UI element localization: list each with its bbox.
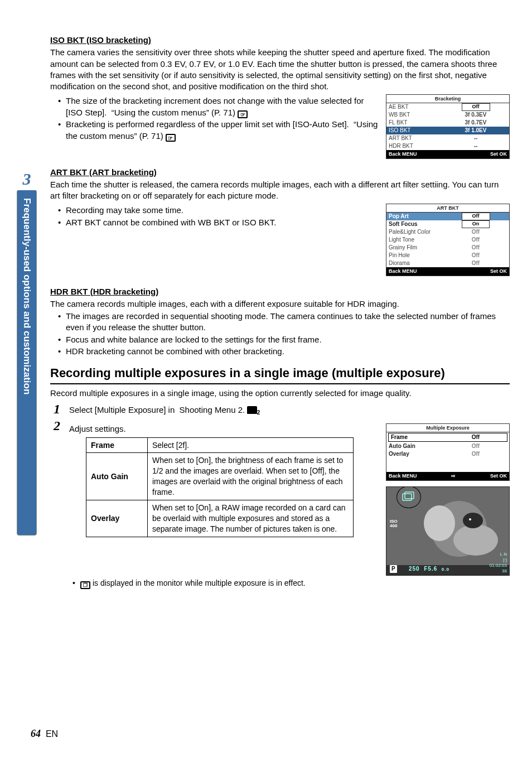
- svg-rect-8: [405, 492, 414, 499]
- art-bkt-menu-title: ART BKT: [386, 204, 509, 213]
- svg-point-4: [463, 513, 483, 528]
- multiple-exposure-menu: Multiple Exposure FrameOff Auto GainOff …: [386, 423, 510, 480]
- iso-bkt-desc: The camera varies the sensitivity over t…: [50, 47, 510, 92]
- step-1: 1 Select [Multiple Exposure] in Shooting…: [50, 402, 510, 416]
- menu-row-soft-focus[interactable]: Soft FocusOn: [386, 220, 509, 228]
- svg-rect-7: [403, 494, 412, 500]
- menu-row-grainy-film[interactable]: Grainy FilmOff: [386, 244, 509, 252]
- menu-row-art-bkt[interactable]: ART BKT--: [386, 134, 509, 142]
- shooting-menu-2-icon: [247, 406, 257, 414]
- art-bkt-heading: ART BKT (ART bracketing): [50, 167, 510, 178]
- me-footnote-text: is displayed in the monitor while multip…: [93, 578, 306, 587]
- step-2-number: 2: [50, 419, 64, 432]
- menu-row-pop-art[interactable]: Pop ArtOff: [386, 213, 509, 220]
- menu-row-overlay[interactable]: OverlayOff: [386, 450, 509, 458]
- page-number: 64: [31, 728, 41, 739]
- menu-row-pin-hole[interactable]: Pin HoleOff: [386, 252, 509, 259]
- multiple-exposure-settings-table: Frame Select [2f]. Auto Gain When set to…: [86, 437, 354, 537]
- art-bkt-desc: Each time the shutter is released, the c…: [50, 179, 510, 202]
- menu-set-label[interactable]: Set OK: [490, 268, 507, 274]
- table-row-auto-gain: Auto Gain When set to [On], the brightne…: [86, 453, 354, 500]
- menu-back-label[interactable]: Back MENU: [389, 472, 417, 479]
- chapter-number: 3: [17, 168, 36, 190]
- multiple-exposure-glyph-icon: ❐: [80, 581, 90, 589]
- iso-bkt-bullet-1-text: The size of the bracketing increment doe…: [66, 96, 364, 117]
- iso-bkt-bullet-1: The size of the bracketing increment doe…: [58, 95, 378, 118]
- reference-icon: ☞: [166, 134, 176, 142]
- multiple-exposure-heading: Recording multiple exposures in a single…: [50, 365, 510, 384]
- menu-row-hdr-bkt[interactable]: HDR BKT--: [386, 142, 509, 150]
- menu-row-iso-bkt[interactable]: ISO BKT3f 1.0EV: [386, 127, 509, 134]
- hdr-bkt-bullet-1: The images are recorded in sequential sh…: [58, 311, 510, 334]
- monitor-mode-badge: P: [390, 565, 397, 573]
- table-cell-autogain-desc: When set to [On], the brightness of each…: [148, 453, 354, 500]
- hdr-bkt-desc: The camera records multiple images, each…: [50, 298, 510, 310]
- page-lang: EN: [46, 729, 58, 739]
- monitor-preview: ISO 400 P 250 F5.6 0.0 L N [·] 01:02:03 …: [386, 486, 510, 576]
- monitor-right-info: L N [·] 01:02:03 38: [490, 552, 507, 574]
- menu-row-frame[interactable]: FrameOff: [388, 433, 507, 442]
- reference-icon: ☞: [238, 110, 248, 118]
- step-2: 2 Adjust settings. Frame Select [2f]. Au…: [50, 419, 510, 575]
- bracketing-menu-title: Bracketing: [386, 95, 509, 103]
- table-cell-frame-desc: Select [2f].: [148, 437, 354, 453]
- table-cell-overlay-desc: When set to [On], a RAW image recorded o…: [148, 500, 354, 537]
- monitor-exposure-readout: 250 F5.6 0.0: [409, 565, 449, 573]
- iso-bkt-heading: ISO BKT (ISO bracketing): [50, 35, 510, 46]
- monitor-iso: ISO 400: [390, 519, 398, 528]
- step-1-text: Select [Multiple Exposure] in Shooting M…: [69, 405, 245, 414]
- menu-row-light-tone[interactable]: Light ToneOff: [386, 236, 509, 244]
- art-bkt-bullets: Recording may take some time. ART BKT ca…: [50, 205, 378, 228]
- bracketing-menu: Bracketing AE BKTOff WB BKT3f 0.3EV FL B…: [386, 94, 510, 158]
- me-menu-title: Multiple Exposure: [386, 424, 509, 432]
- svg-point-3: [453, 524, 498, 556]
- iso-bkt-bullets: The size of the bracketing increment doe…: [50, 95, 378, 142]
- menu-back-label[interactable]: Back MENU: [389, 151, 417, 157]
- menu-nav-icon[interactable]: ⇨: [417, 472, 490, 479]
- svg-point-5: [469, 518, 471, 520]
- art-bkt-bullet-1: Recording may take some time.: [58, 205, 378, 216]
- menu-row-fl-bkt[interactable]: FL BKT3f 0.7EV: [386, 119, 509, 127]
- menu-set-label[interactable]: Set OK: [490, 472, 507, 479]
- menu-set-label[interactable]: Set OK: [490, 151, 507, 157]
- me-footnote: ❐ is displayed in the monitor while mult…: [72, 578, 510, 589]
- chapter-title: Frequently-used options and customizatio…: [21, 198, 33, 394]
- page-footer: 64 EN: [31, 727, 58, 740]
- step-2-text: Adjust settings.: [69, 424, 126, 433]
- step-1-number: 1: [50, 402, 64, 416]
- art-bkt-menu: ART BKT Pop ArtOff Soft FocusOn Pale&Lig…: [386, 204, 510, 276]
- multiple-exposure-icon: [402, 491, 414, 502]
- menu-back-label[interactable]: Back MENU: [389, 268, 417, 274]
- table-cell-overlay-name: Overlay: [86, 500, 148, 537]
- hdr-bkt-heading: HDR BKT (HDR bracketing): [50, 286, 510, 297]
- table-row-frame: Frame Select [2f].: [86, 437, 354, 453]
- table-cell-frame-name: Frame: [86, 437, 148, 453]
- art-bkt-bullet-2: ART BKT cannot be combined with WB BKT o…: [58, 217, 378, 228]
- table-row-overlay: Overlay When set to [On], a RAW image re…: [86, 500, 354, 537]
- menu-row-diorama[interactable]: DioramaOff: [386, 259, 509, 267]
- multiple-exposure-desc: Record multiple exposures in a single im…: [50, 388, 510, 399]
- me-footnote-list: ❐ is displayed in the monitor while mult…: [50, 578, 510, 589]
- chapter-tab: 3 Frequently-used options and customizat…: [17, 190, 37, 536]
- iso-bkt-bullet-2-text: Bracketing is performed regardless of th…: [66, 119, 378, 140]
- hdr-bkt-bullets: The images are recorded in sequential sh…: [50, 311, 510, 357]
- menu-row-wb-bkt[interactable]: WB BKT3f 0.3EV: [386, 111, 509, 119]
- svg-point-2: [424, 505, 455, 541]
- table-cell-autogain-name: Auto Gain: [86, 453, 148, 500]
- menu-row-pale-light[interactable]: Pale&Light ColorOff: [386, 228, 509, 236]
- hdr-bkt-bullet-3: HDR bracketing cannot be combined with o…: [58, 346, 510, 357]
- menu-row-ae-bkt[interactable]: AE BKTOff: [386, 103, 509, 111]
- menu-row-auto-gain[interactable]: Auto GainOff: [386, 442, 509, 450]
- hdr-bkt-bullet-2: Focus and white balance are locked to th…: [58, 334, 510, 345]
- iso-bkt-bullet-2: Bracketing is performed regardless of th…: [58, 119, 378, 142]
